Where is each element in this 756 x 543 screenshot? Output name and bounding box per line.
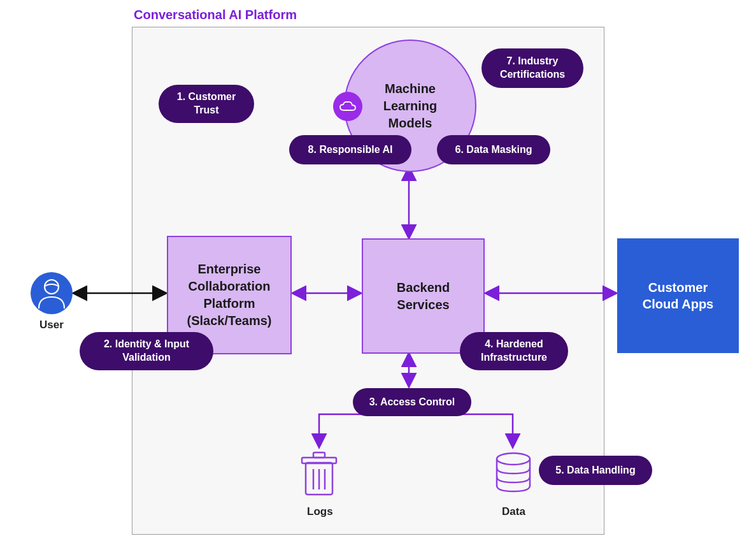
svg-point-13 [497, 453, 530, 465]
pill-industry-cert: 7. Industry Certifications [481, 48, 583, 88]
pill-identity-validation: 2. Identity & Input Validation [80, 332, 213, 370]
user-label: User [39, 319, 64, 331]
data-icon [493, 451, 534, 496]
cloud-icon [339, 101, 357, 112]
pill-data-masking-label: 6. Data Masking [455, 143, 532, 157]
backend-services-label: Backend Services [397, 279, 450, 314]
customer-cloud-apps-label: Customer Cloud Apps [643, 279, 713, 312]
diagram-canvas: Conversational AI Platform [0, 0, 756, 543]
cloud-icon-badge [333, 92, 362, 121]
pill-customer-trust: 1. Customer Trust [159, 85, 254, 123]
pill-responsible-ai: 8. Responsible AI [289, 135, 411, 164]
pill-responsible-ai-label: 8. Responsible AI [308, 143, 393, 157]
pill-access-control: 3. Access Control [353, 388, 471, 416]
ml-models-label: Machine Learning Models [383, 80, 437, 132]
pill-data-handling: 5. Data Handling [539, 456, 652, 485]
pill-identity-validation-label: 2. Identity & Input Validation [104, 338, 189, 365]
enterprise-platform-label: Enterprise Collaboration Platform (Slack… [187, 261, 271, 329]
svg-rect-9 [313, 452, 325, 458]
pill-data-handling-label: 5. Data Handling [555, 464, 635, 477]
pill-industry-cert-label: 7. Industry Certifications [500, 55, 565, 82]
customer-cloud-apps-node: Customer Cloud Apps [617, 238, 739, 353]
user-icon [30, 272, 73, 315]
pill-hardened-infra: 4. Hardened Infrastructure [460, 332, 568, 370]
pill-hardened-infra-label: 4. Hardened Infrastructure [481, 338, 547, 365]
platform-title: Conversational AI Platform [134, 8, 297, 22]
pill-customer-trust-label: 1. Customer Trust [177, 90, 236, 117]
pill-data-masking: 6. Data Masking [437, 135, 550, 164]
logs-label: Logs [307, 505, 333, 518]
pill-access-control-label: 3. Access Control [369, 396, 455, 409]
logs-icon [297, 449, 341, 500]
data-label: Data [502, 505, 525, 518]
